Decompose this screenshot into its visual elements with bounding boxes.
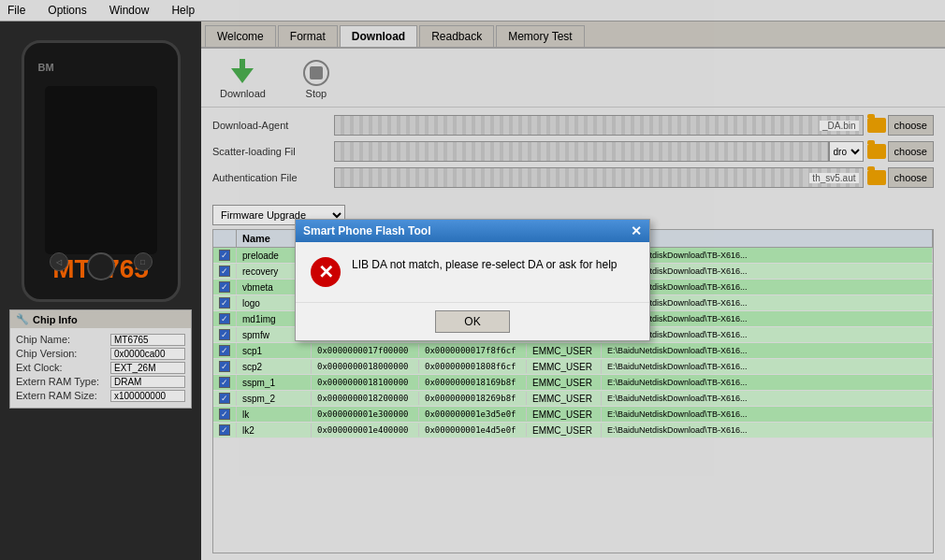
modal-titlebar: Smart Phone Flash Tool ✕: [296, 220, 649, 242]
modal-body: ✕ LIB DA not match, please re-select DA …: [296, 242, 649, 302]
modal-title: Smart Phone Flash Tool: [303, 224, 430, 237]
modal-close-button[interactable]: ✕: [631, 223, 642, 238]
modal-footer: OK: [296, 302, 649, 340]
ok-button[interactable]: OK: [435, 310, 510, 333]
modal-message: LIB DA not match, please re-select DA or…: [352, 257, 617, 273]
modal-dialog: Smart Phone Flash Tool ✕ ✕ LIB DA not ma…: [295, 219, 650, 341]
modal-overlay: Smart Phone Flash Tool ✕ ✕ LIB DA not ma…: [0, 0, 945, 560]
error-icon: ✕: [311, 257, 341, 287]
